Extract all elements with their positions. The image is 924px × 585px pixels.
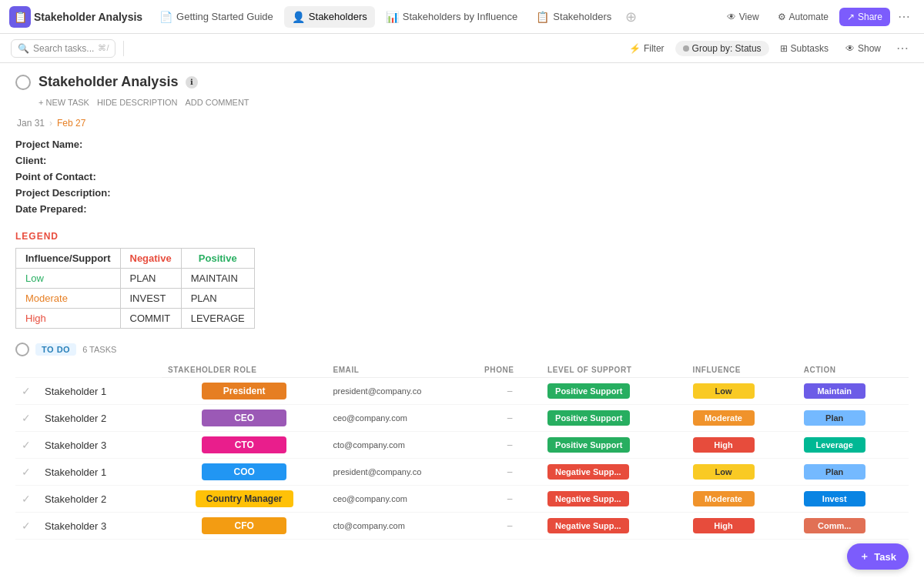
row-role-2: CTO — [162, 432, 326, 459]
legend-col1-header: Influence/Support — [16, 249, 121, 269]
field-contact: Point of Contact: — [15, 169, 909, 185]
row-checkbox-1[interactable]: ✓ — [15, 405, 38, 432]
row-influence-1: Moderate — [687, 405, 798, 432]
view-label: View — [739, 12, 759, 22]
stakeholders-icon: 👤 — [292, 11, 305, 23]
row-checkbox-5[interactable]: ✓ — [15, 513, 38, 540]
subtasks-label: Subtasks — [791, 43, 829, 54]
field-label-contact: Point of Contact: — [15, 171, 139, 182]
row-email-1: ceo@company.com — [326, 405, 478, 432]
task-status-circle[interactable] — [15, 75, 31, 90]
group-by-button[interactable]: Group by: Status — [675, 41, 769, 56]
search-box[interactable]: 🔍 Search tasks... ⌘/ — [11, 39, 116, 58]
filter-label: Filter — [644, 43, 665, 54]
hide-description-button[interactable]: HIDE DESCRIPTION — [97, 98, 178, 107]
stakeholders2-icon: 📋 — [536, 11, 549, 23]
row-support-1: Positive Support — [541, 405, 686, 432]
row-email-3: president@company.co — [326, 459, 478, 486]
add-tab-button[interactable]: ⊕ — [622, 8, 640, 25]
show-button[interactable]: 👁 Show — [839, 40, 887, 57]
show-icon: 👁 — [845, 43, 855, 54]
row-support-2: Positive Support — [541, 432, 686, 459]
legend-high-negative: COMMIT — [120, 309, 181, 329]
row-name-4: Stakeholder 2 — [38, 486, 162, 513]
view-button[interactable]: 👁 View — [719, 8, 767, 26]
table-row: ✓ Stakeholder 3 CTO cto@company.com – Po… — [15, 432, 909, 459]
content-area: Stakeholder Analysis ℹ + NEW TASK HIDE D… — [0, 63, 924, 585]
field-label-client: Client: — [15, 155, 139, 166]
row-influence-4: Moderate — [687, 486, 798, 513]
field-description: Project Description: — [15, 185, 909, 201]
row-checkbox-0[interactable]: ✓ — [15, 378, 38, 405]
tab-getting-started-label: Getting Started Guide — [176, 11, 273, 22]
legend-high-positive: LEVERAGE — [181, 309, 254, 329]
row-checkbox-3[interactable]: ✓ — [15, 459, 38, 486]
tab-getting-started[interactable]: 📄 Getting Started Guide — [152, 6, 281, 28]
new-task-button[interactable]: + NEW TASK — [38, 98, 89, 107]
table-row: ✓ Stakeholder 2 CEO ceo@company.com – Po… — [15, 405, 909, 432]
toolbar: 🔍 Search tasks... ⌘/ ⚡ Filter Group by: … — [0, 34, 924, 63]
filter-icon: ⚡ — [629, 43, 641, 54]
col-header-phone: PHONE — [478, 363, 541, 378]
task-header: Stakeholder Analysis ℹ — [15, 63, 909, 95]
add-task-button[interactable]: ＋ Task — [847, 543, 909, 570]
tab-stakeholders[interactable]: 👤 Stakeholders — [284, 6, 375, 28]
row-role-4: Country Manager — [162, 486, 326, 513]
show-label: Show — [858, 43, 881, 54]
task-info-icon[interactable]: ℹ — [186, 76, 198, 89]
tab-stakeholders2[interactable]: 📋 Stakeholders — [528, 6, 619, 28]
row-role-0: President — [162, 378, 326, 405]
toolbar-more-button[interactable]: ⋯ — [892, 39, 913, 57]
row-email-2: cto@company.com — [326, 432, 478, 459]
field-label-date-prepared: Date Prepared: — [15, 203, 139, 215]
row-role-1: CEO — [162, 405, 326, 432]
automate-icon: ⚙ — [778, 12, 786, 22]
tab-stakeholders2-label: Stakeholders — [553, 11, 611, 22]
table-row: ✓ Stakeholder 1 COO president@company.co… — [15, 459, 909, 486]
row-checkbox-2[interactable]: ✓ — [15, 432, 38, 459]
start-date[interactable]: Jan 31 — [17, 118, 45, 129]
tab-stakeholders-by-influence[interactable]: 📊 Stakeholders by Influence — [378, 6, 526, 28]
topbar: 📋 Stakeholder Analysis 📄 Getting Started… — [0, 0, 924, 34]
section-status-circle[interactable] — [15, 343, 29, 356]
row-support-5: Negative Supp... — [541, 513, 686, 540]
table-row: ✓ Stakeholder 2 Country Manager ceo@comp… — [15, 486, 909, 513]
row-role-3: COO — [162, 459, 326, 486]
row-action-5: Comm... — [798, 513, 909, 540]
legend-low-label: Low — [16, 269, 121, 289]
group-by-label: Group by: Status — [692, 43, 762, 54]
share-button[interactable]: ↗ Share — [839, 8, 890, 26]
row-email-0: president@company.co — [326, 378, 478, 405]
field-date-prepared: Date Prepared: — [15, 201, 909, 217]
table-row: ✓ Stakeholder 3 CFO cto@company.com – Ne… — [15, 513, 909, 540]
search-shortcut: ⌘/ — [98, 43, 109, 53]
legend-row-moderate: Moderate INVEST PLAN — [16, 289, 255, 309]
row-phone-2: – — [478, 432, 541, 459]
row-influence-0: Low — [687, 378, 798, 405]
add-task-label: Task — [874, 551, 896, 563]
row-influence-2: High — [687, 432, 798, 459]
tab-influence-label: Stakeholders by Influence — [403, 11, 518, 22]
automate-button[interactable]: ⚙ Automate — [770, 8, 836, 26]
legend-row-low: Low PLAN MAINTAIN — [16, 269, 255, 289]
row-checkbox-4[interactable]: ✓ — [15, 486, 38, 513]
col-header-action: ACTION — [798, 363, 909, 378]
add-comment-button[interactable]: ADD COMMENT — [185, 98, 249, 107]
row-support-0: Positive Support — [541, 378, 686, 405]
col-header-support: LEVEL OF SUPPORT — [541, 363, 686, 378]
row-action-3: Plan — [798, 459, 909, 486]
row-name-3: Stakeholder 1 — [38, 459, 162, 486]
row-phone-5: – — [478, 513, 541, 540]
app-icon-symbol: 📋 — [14, 11, 27, 23]
more-options-button[interactable]: ⋯ — [893, 8, 915, 25]
subtasks-button[interactable]: ⊞ Subtasks — [774, 40, 835, 57]
filter-button[interactable]: ⚡ Filter — [623, 40, 671, 57]
legend-table: Influence/Support Negative Positive Low … — [15, 248, 255, 329]
legend-moderate-negative: INVEST — [120, 289, 181, 309]
row-support-4: Negative Supp... — [541, 486, 686, 513]
row-email-4: ceo@company.com — [326, 486, 478, 513]
row-name-1: Stakeholder 2 — [38, 405, 162, 432]
view-icon: 👁 — [727, 12, 736, 22]
end-date[interactable]: Feb 27 — [57, 118, 85, 129]
date-row: Jan 31 › Feb 27 — [15, 116, 909, 136]
